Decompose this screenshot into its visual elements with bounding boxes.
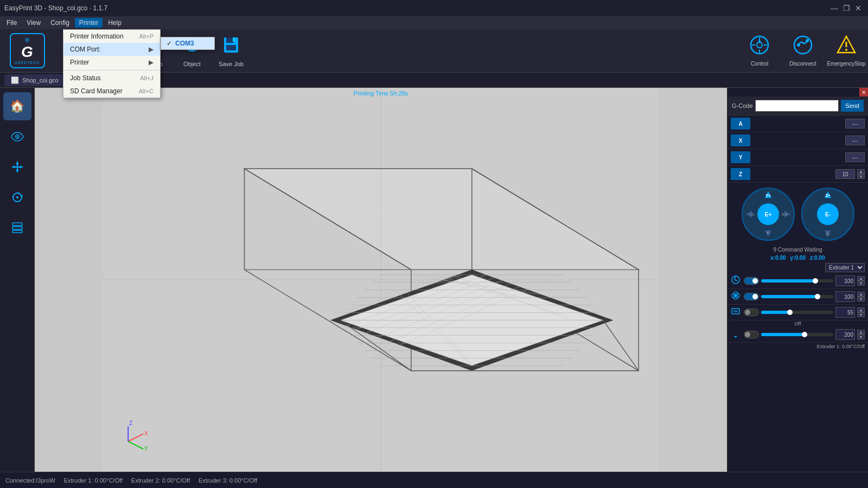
axis-z-val: 10 — [835, 169, 855, 179]
emergency-stop-button[interactable]: EmergencyStop — [830, 35, 863, 67]
extruder-select[interactable]: Extruder 1 Extruder 2 Extruder 3 — [825, 263, 865, 272]
heat-bed-up[interactable]: ▲ — [857, 307, 865, 312]
axis-z-down[interactable]: ▼ — [857, 174, 865, 179]
axis-y-val: --- — [845, 152, 865, 162]
fan-track[interactable] — [761, 295, 833, 298]
close-button[interactable]: ✕ — [853, 3, 864, 14]
sidebar-home[interactable]: 🏠 — [3, 92, 31, 120]
job-status-label: Job Status — [70, 74, 101, 82]
com3-label: COM3 — [175, 40, 194, 47]
file-tab-icon: ⬜ — [11, 76, 19, 84]
axis-a-button[interactable]: A — [731, 118, 750, 130]
menu-printer-information[interactable]: Printer Information Alt+P — [63, 30, 160, 43]
menu-job-status[interactable]: Job Status Alt+J — [63, 72, 160, 85]
heat-bed-spinner[interactable]: ▲ ▼ — [857, 307, 865, 317]
speed-down[interactable]: ▼ — [857, 281, 865, 286]
com3-checkmark: ✓ — [167, 40, 172, 47]
menu-sd-card[interactable]: SD Card Manager Alt+C — [63, 85, 160, 98]
speed-up[interactable]: ▲ — [857, 276, 865, 281]
svg-text:E+: E+ — [764, 211, 771, 217]
speed-toggle[interactable] — [744, 277, 759, 285]
file-tab-name: Shop_coi.gco — [22, 77, 59, 84]
menu-help[interactable]: Help — [104, 18, 126, 28]
svg-rect-13 — [233, 37, 235, 42]
heat-bed-track[interactable] — [761, 311, 833, 314]
right-panel-close[interactable]: ✕ — [859, 88, 868, 97]
restore-button[interactable]: ❐ — [841, 3, 852, 14]
svg-text:Y: Y — [144, 446, 148, 452]
com3-option[interactable]: ✓ COM3 — [161, 37, 214, 49]
speed-spinner[interactable]: ▲ ▼ — [857, 276, 865, 286]
heat-bed-down[interactable]: ▼ — [857, 312, 865, 317]
sidebar-move[interactable] — [3, 153, 31, 181]
save-job-button[interactable]: Save Job — [213, 32, 250, 70]
control-label: Control — [751, 61, 768, 67]
fan-toggle[interactable] — [744, 293, 759, 300]
xy-jog-wheel[interactable]: Y+ Y- X- X+ E+ — [741, 187, 795, 241]
menu-file[interactable]: File — [2, 18, 21, 28]
menu-printer[interactable]: Printer — [75, 18, 103, 28]
coords-row: x:0.00 y:0.00 z:0.00 — [727, 254, 868, 262]
extruder-temp-up[interactable]: ▲ — [857, 330, 865, 335]
menu-view[interactable]: View — [22, 18, 45, 28]
menu-config[interactable]: Config — [46, 18, 74, 28]
commands-waiting: 9 Command Waiting — [727, 246, 868, 254]
axis-a-val: --- — [845, 119, 865, 129]
sd-card-shortcut: Alt+C — [139, 88, 154, 94]
extruder-temp-toggle[interactable] — [744, 331, 759, 338]
axis-x-val: --- — [845, 136, 865, 145]
disconnect-button[interactable]: Disconnect — [787, 35, 819, 67]
axis-x-button[interactable]: X — [731, 134, 750, 146]
coord-z: z:0.00 — [810, 255, 825, 261]
gcode-input[interactable] — [755, 100, 839, 112]
heat-bed-toggle[interactable] — [744, 309, 759, 316]
axis-y-button[interactable]: Y — [731, 151, 750, 163]
menu-com-port[interactable]: COM Port: ▶ — [63, 43, 160, 56]
fan-icon — [731, 291, 742, 303]
printer-info-label: Printer Information — [70, 33, 124, 40]
heat-bed-slider-row: 55 ▲ ▼ — [727, 305, 868, 320]
svg-marker-32 — [21, 195, 23, 197]
brand-name: GEEETECH — [15, 61, 40, 65]
axis-z-row: Z 10 ▲ ▼ — [727, 166, 868, 183]
extruder-temp-icon — [731, 329, 742, 341]
axis-z-spinner[interactable]: ▲ ▼ — [857, 169, 865, 179]
speed-icon — [731, 275, 742, 287]
main-layout: 🏠 — [0, 88, 868, 472]
sidebar-eye[interactable] — [3, 123, 31, 151]
axis-z-up[interactable]: ▲ — [857, 169, 865, 174]
speed-track[interactable] — [761, 279, 833, 282]
sidebar-layers[interactable] — [3, 214, 31, 242]
axis-a-row: A --- — [727, 115, 868, 132]
top-right-toolbar: Control Disconnect Emerge — [743, 35, 863, 67]
sidebar-rotate[interactable] — [3, 183, 31, 211]
extruder-temp-track[interactable] — [761, 333, 833, 336]
fan-up[interactable]: ▲ — [857, 292, 865, 297]
viewport: Printing Time 5h:28s — [35, 88, 727, 472]
axis-z-button[interactable]: Z — [731, 168, 750, 180]
send-gcode-button[interactable]: Send — [841, 100, 864, 112]
svg-point-17 — [794, 36, 812, 54]
svg-marker-28 — [16, 170, 19, 172]
fan-down[interactable]: ▼ — [857, 297, 865, 301]
control-button[interactable]: Control — [743, 35, 776, 67]
extruder-select-row: Extruder 1 Extruder 2 Extruder 3 — [727, 262, 868, 273]
extruder-temp-down[interactable]: ▼ — [857, 335, 865, 339]
svg-text:Z-: Z- — [826, 232, 830, 236]
fan-spinner[interactable]: ▲ ▼ — [857, 292, 865, 301]
svg-marker-29 — [12, 165, 15, 169]
joystick-area: Y+ Y- X- X+ E+ — [727, 183, 868, 246]
coord-x: x:0.00 — [770, 255, 786, 261]
window-title: EasyPrint 3D - Shop_coi.gco · 1.1.7 — [4, 4, 107, 12]
file-tab[interactable]: ⬜ Shop_coi.gco — [4, 74, 65, 86]
extruder-temp-spinner[interactable]: ▲ ▼ — [857, 330, 865, 339]
printer-sub-label: Printer — [70, 59, 89, 66]
emergency-stop-icon — [837, 35, 856, 59]
minimize-button[interactable]: — — [829, 3, 840, 14]
status-extruder1: Extruder 1: 0.00°C/Off — [64, 477, 123, 484]
svg-text:X: X — [144, 431, 148, 436]
z-jog-wheel[interactable]: Z+ Z- E- — [801, 187, 855, 241]
svg-point-24 — [16, 136, 18, 138]
menu-printer-sub[interactable]: Printer ▶ — [63, 56, 160, 69]
status-extruder3: Extruder 3: 0.00°C/Off — [199, 477, 257, 484]
